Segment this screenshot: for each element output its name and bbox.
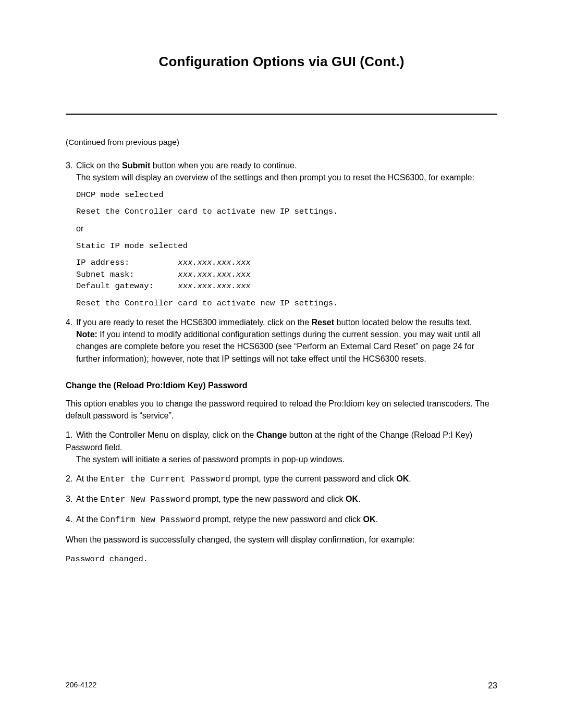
horizontal-rule	[66, 114, 497, 115]
footer-left: 206-4122	[66, 681, 96, 689]
subnet-value: xxx.xxx.xxx.xxx	[178, 270, 251, 279]
section-intro: This option enables you to change the pa…	[66, 398, 497, 422]
ip-label: IP address:	[76, 258, 178, 267]
note-label: Note:	[76, 330, 97, 339]
outro: When the password is successfully change…	[66, 534, 497, 546]
step3-body: The system will display an overview of t…	[76, 171, 497, 309]
change-word: Change	[256, 430, 287, 439]
step-number: 3.	[66, 493, 76, 505]
code-static-ip: IP address: xxx.xxx.xxx.xxx	[76, 257, 497, 268]
continued-note: (Continued from previous page)	[66, 137, 497, 148]
pw-step-4: 4.At the Confirm New Password prompt, re…	[66, 513, 497, 526]
step3-text-c: button when you are ready to continue.	[150, 161, 297, 170]
code-dhcp-1: DHCP mode selected	[76, 189, 497, 201]
gateway-value: xxx.xxx.xxx.xxx	[178, 281, 251, 291]
code-static-reset: Reset the Controller card to activate ne…	[76, 298, 497, 309]
page-footer: 206-4122 23	[66, 680, 497, 692]
document-page: Configuration Options via GUI (Cont.) (C…	[0, 0, 563, 728]
or-label: or	[76, 223, 497, 235]
s3-a: At the	[76, 495, 100, 503]
step4-text-a: If you are ready to reset the HCS6300 im…	[76, 318, 311, 327]
s3-b: prompt, type the new password and click	[190, 495, 346, 503]
s1-a: With the Controller Menu on display, cli…	[76, 430, 256, 439]
pw-step-3: 3.At the Enter New Password prompt, type…	[66, 493, 497, 506]
step-number: 4.	[66, 513, 76, 525]
s1-d: The system will initiate a series of pas…	[76, 453, 497, 465]
s2-code: Enter the Current Password	[100, 475, 230, 484]
code-password-changed: Password changed.	[66, 553, 497, 565]
subnet-label: Subnet mask:	[76, 270, 178, 279]
s2-a: At the	[76, 474, 100, 483]
s1-body: The system will initiate a series of pas…	[76, 453, 497, 465]
ok-word: OK	[363, 515, 375, 524]
steps-list-2: 1.With the Controller Menu on display, c…	[66, 429, 497, 526]
s2-c: .	[409, 474, 411, 483]
step-3: 3.Click on the Submit button when you ar…	[66, 159, 497, 309]
step4-text-c: button located below the results text.	[334, 318, 472, 327]
step-number: 2.	[66, 473, 76, 485]
gateway-label: Default gateway:	[76, 281, 178, 291]
ip-value: xxx.xxx.xxx.xxx	[178, 258, 251, 267]
s4-b: prompt, retype the new password and clic…	[200, 515, 363, 524]
s3-code: Enter New Password	[100, 495, 190, 504]
footer-page-number: 23	[488, 680, 497, 692]
code-static-gateway: Default gateway: xxx.xxx.xxx.xxx	[76, 280, 497, 292]
step3-desc: The system will display an overview of t…	[76, 171, 497, 183]
reset-word: Reset	[311, 318, 334, 327]
pw-step-2: 2.At the Enter the Current Password prom…	[66, 473, 497, 486]
step-number: 4.	[66, 316, 76, 328]
section-heading: Change the (Reload Pro:Idiom Key) Passwo…	[66, 379, 497, 391]
steps-list-1: 3.Click on the Submit button when you ar…	[66, 159, 497, 365]
s3-c: .	[358, 495, 360, 503]
step4-body: Note: If you intend to modify additional…	[76, 328, 497, 365]
s4-code: Confirm New Password	[100, 515, 200, 525]
code-static-1: Static IP mode selected	[76, 240, 497, 252]
step-number: 3.	[66, 159, 76, 171]
s2-b: prompt, type the current password and cl…	[230, 474, 396, 483]
page-title: Configuration Options via GUI (Cont.)	[66, 52, 497, 72]
ok-word: OK	[346, 495, 358, 503]
step4-note: Note: If you intend to modify additional…	[76, 328, 497, 365]
ok-word: OK	[396, 474, 409, 483]
step-4: 4.If you are ready to reset the HCS6300 …	[66, 316, 497, 365]
step-number: 1.	[66, 429, 76, 441]
step3-text-a: Click on the	[76, 161, 122, 170]
s4-c: .	[375, 515, 377, 524]
code-dhcp-2: Reset the Controller card to activate ne…	[76, 206, 497, 217]
note-text: If you intend to modify additional confi…	[76, 330, 481, 363]
s4-a: At the	[76, 515, 100, 524]
code-static-subnet: Subnet mask: xxx.xxx.xxx.xxx	[76, 269, 497, 280]
submit-word: Submit	[122, 161, 150, 170]
pw-step-1: 1.With the Controller Menu on display, c…	[66, 429, 497, 465]
